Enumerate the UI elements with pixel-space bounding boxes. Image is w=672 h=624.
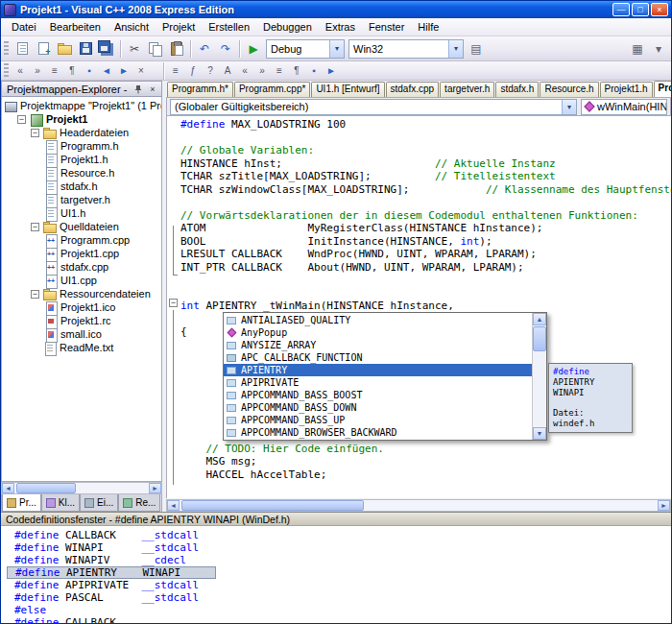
tree-item[interactable]: ReadMe.txt [2,341,161,354]
collapse-expander-icon[interactable]: − [17,115,26,124]
scrollbar-thumb[interactable] [533,326,546,351]
uncomment-button[interactable]: ¶ [288,62,305,80]
intellisense-list[interactable]: ANTIALIASED_QUALITYAnyPopupANYSIZE_ARRAY… [224,313,532,440]
document-tab[interactable]: targetver.h [440,82,494,97]
comment-button[interactable]: ≡ [271,62,288,80]
toggle-bookmark-button[interactable]: ▪ [81,62,98,80]
document-tab[interactable]: Projekt1.h [600,82,653,97]
complete-word-button[interactable]: A [219,62,236,80]
panel-close-button[interactable]: × [146,83,159,95]
solution-explorer-toggle-button[interactable]: ▦ [627,38,648,60]
member-combo[interactable]: wWinMain(HINSTANCE [581,99,667,115]
platform-combo[interactable]: Win32 ▾ [348,39,464,59]
menu-item-extras[interactable]: Extras [319,19,362,35]
scrollbar-track[interactable] [533,325,546,427]
intellisense-item[interactable]: APIPRIVATE [224,376,532,389]
scope-combo[interactable]: (Globaler Gültigkeitsbereich) ▾ [170,99,577,115]
collapse-expander-icon[interactable]: − [31,129,39,137]
tool-window-tab-explorer[interactable]: Pr... [2,494,41,512]
horizontal-scrollbar[interactable]: ◄ ► [1,482,162,494]
auto-hide-pin-button[interactable] [132,83,145,95]
scroll-left-button[interactable]: ◄ [167,500,180,511]
tree-item[interactable]: −Projekt1 [2,112,161,126]
chevron-down-icon[interactable]: ▾ [329,40,344,58]
scrollbar-thumb[interactable] [181,500,364,511]
scroll-right-button[interactable]: ► [149,483,161,493]
intellisense-item[interactable]: APIENTRY [224,364,532,376]
list-members-button[interactable]: ≡ [167,62,184,80]
menu-item-debuggen[interactable]: Debuggen [256,19,319,35]
solution-tree[interactable]: Projektmappe "Projekt1" (1 Proj−Projekt1… [1,97,162,482]
open-file-button[interactable] [54,38,75,60]
tool-window-tab-props[interactable]: Ei... [80,494,118,512]
horizontal-scrollbar[interactable]: ◄ ► [166,499,671,512]
menu-item-datei[interactable]: Datei [5,19,43,35]
document-tab[interactable]: Projekt1.c [654,81,671,97]
scroll-up-button[interactable]: ▲ [533,313,546,325]
tree-item[interactable]: targetver.h [2,193,161,206]
start-debugging-button[interactable]: ▶ [243,38,264,60]
document-tab[interactable]: Programm.cpp* [234,82,310,97]
menu-item-erstellen[interactable]: Erstellen [202,19,256,35]
intellisense-item[interactable]: APC_CALLBACK_FUNCTION [224,351,532,364]
scroll-down-button[interactable]: ▼ [533,427,546,440]
tree-item[interactable]: Projekt1.rc [2,314,161,327]
collapse-expander-icon[interactable]: − [31,290,39,299]
parameter-info-button[interactable]: ƒ [184,62,202,80]
scrollbar-track[interactable] [180,500,658,511]
document-tab[interactable]: stdafx.h [495,82,539,97]
tree-item[interactable]: −Ressourcendateien [2,287,161,300]
document-tab[interactable]: Resource.h [540,82,598,97]
bookmark-toggle-button[interactable]: ▪ [305,62,323,80]
maximize-button[interactable]: □ [632,3,649,16]
tree-item[interactable]: Projekt1.cpp [2,247,161,260]
paste-button[interactable] [166,38,187,60]
undo-button[interactable]: ↶ [194,38,215,60]
tree-item[interactable]: Projekt1.ico [2,300,161,314]
tree-item[interactable]: small.ico [2,327,161,341]
toolbar-grip-icon[interactable] [4,41,9,57]
tree-item[interactable]: stdafx.h [2,180,161,193]
add-item-button[interactable] [33,38,54,60]
scrollbar-track[interactable] [14,483,149,493]
copy-button[interactable] [145,38,166,60]
menu-item-bearbeiten[interactable]: Bearbeiten [43,19,108,35]
redo-button[interactable]: ↷ [215,38,236,60]
tree-item[interactable]: Projektmappe "Projekt1" (1 Proj [2,99,161,112]
document-tab[interactable]: Programm.h* [167,82,233,97]
menu-item-projekt[interactable]: Projekt [156,19,202,35]
close-button[interactable]: × [651,3,668,16]
tree-item[interactable]: −Quelldateien [2,220,161,233]
tree-item[interactable]: Programm.cpp [2,233,161,247]
scroll-right-button[interactable]: ► [658,500,670,511]
previous-bookmark-button[interactable]: ◄ [98,62,115,80]
decrease-indent-button[interactable]: « [12,62,29,80]
scrollbar-thumb[interactable] [16,483,76,493]
increase-indent-button[interactable]: » [29,62,46,80]
save-all-button[interactable] [96,38,117,60]
intellisense-item[interactable]: APPCOMMAND_BROWSER_BACKWARD [224,426,532,439]
bookmark-next-button[interactable]: ► [323,62,340,80]
quick-info-button[interactable]: ? [202,62,219,80]
save-button[interactable] [75,38,96,60]
minimize-button[interactable]: — [612,3,630,16]
collapse-expander-icon[interactable]: − [31,223,39,231]
chevron-down-icon[interactable]: ▾ [448,40,463,58]
collapse-region-icon[interactable] [169,299,178,307]
comment-selection-button[interactable]: ≡ [46,62,63,80]
toolbar-options-button[interactable]: ▾ [648,38,669,60]
document-tab[interactable]: stdafx.cpp [386,82,440,97]
menu-item-fenster[interactable]: Fenster [362,19,411,35]
tree-item[interactable]: Programm.h [2,139,161,153]
intellisense-item[interactable]: AnyPopup [224,326,532,339]
intellisense-item[interactable]: ANTIALIASED_QUALITY [224,314,532,326]
tree-item[interactable]: UI1.cpp [2,274,161,287]
tree-item[interactable]: −Headerdateien [2,126,161,139]
menu-item-hilfe[interactable]: Hilfe [411,19,445,35]
document-tab[interactable]: UI1.h [Entwurf] [311,82,384,97]
vertical-scrollbar[interactable]: ▲ ▼ [532,313,546,440]
menu-item-ansicht[interactable]: Ansicht [108,19,156,35]
code-editor[interactable]: #define MAX_LOADSTRING 100 // Globale Va… [166,116,671,498]
indent-button[interactable]: » [253,62,271,80]
new-project-button[interactable] [12,38,33,60]
